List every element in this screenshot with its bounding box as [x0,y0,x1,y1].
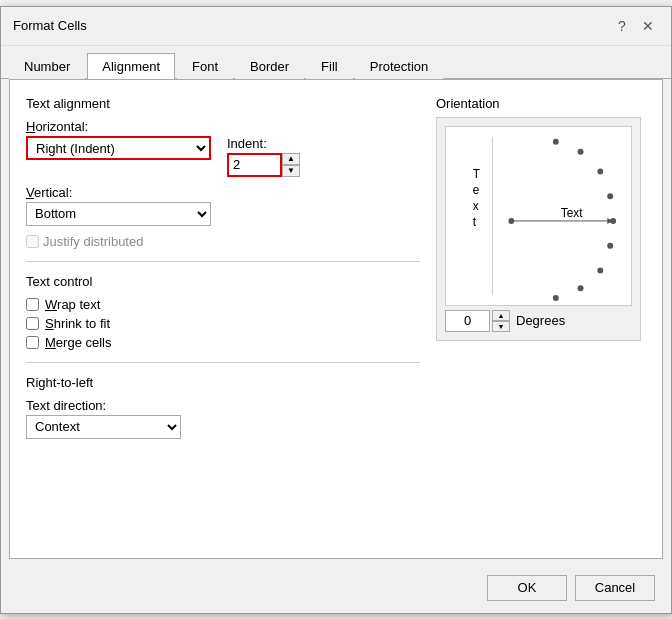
svg-text:x: x [473,199,479,213]
justify-distributed-group: Justify distributed [26,234,420,249]
divider-2 [26,362,420,363]
wrap-text-checkbox[interactable] [26,298,39,311]
degrees-input[interactable] [445,310,490,332]
divider-1 [26,261,420,262]
wrap-text-label: Wrap text [45,297,100,312]
title-bar: Format Cells ? ✕ [1,7,671,46]
text-control-label: Text control [26,274,420,289]
title-bar-buttons: ? ✕ [611,15,659,37]
svg-point-10 [607,242,613,248]
text-control-section: Text control Wrap text Shrink to fit [26,274,420,350]
horizontal-select[interactable]: General Left (Indent) Center Right (Inde… [26,136,211,160]
cancel-button[interactable]: Cancel [575,575,655,601]
svg-point-12 [578,285,584,291]
tab-border[interactable]: Border [235,53,304,79]
indent-group: Indent: ▲ ▼ [227,136,300,177]
degrees-down-button[interactable]: ▼ [492,321,510,332]
horizontal-label: Horizontal: [26,119,420,134]
justify-distributed-label: Justify distributed [43,234,143,249]
orientation-svg[interactable]: T e x t [446,127,631,305]
dialog-title: Format Cells [13,18,87,33]
right-panel: Orientation T e x t [436,96,646,447]
indent-down-button[interactable]: ▼ [282,165,300,177]
shrink-to-fit-label: Shrink to fit [45,316,110,331]
text-direction-label: Text direction: [26,398,420,413]
tab-content: Text alignment Horizontal: General Left … [9,79,663,559]
svg-text:t: t [473,214,477,228]
svg-point-6 [578,148,584,154]
content-row: Text alignment Horizontal: General Left … [26,96,646,447]
vertical-select[interactable]: Top Center Bottom Justify Distributed [26,202,211,226]
footer: OK Cancel [1,567,671,613]
help-button[interactable]: ? [611,15,633,37]
horizontal-row: General Left (Indent) Center Right (Inde… [26,136,420,177]
merge-cells-label: Merge cells [45,335,111,350]
merge-cells-item: Merge cells [26,335,420,350]
left-panel: Text alignment Horizontal: General Left … [26,96,420,447]
checkbox-group: Wrap text Shrink to fit Merge cells [26,297,420,350]
vertical-label: Vertical: [26,185,420,200]
justify-distributed-checkbox[interactable] [26,235,39,248]
degrees-row: ▲ ▼ Degrees [445,310,632,332]
tab-fill[interactable]: Fill [306,53,353,79]
shrink-to-fit-checkbox[interactable] [26,317,39,330]
merge-cells-checkbox[interactable] [26,336,39,349]
tab-protection[interactable]: Protection [355,53,444,79]
svg-text:e: e [473,183,480,197]
degrees-label: Degrees [516,313,565,328]
svg-point-8 [607,193,613,199]
wrap-text-item: Wrap text [26,297,420,312]
svg-point-7 [597,168,603,174]
ok-button[interactable]: OK [487,575,567,601]
tab-number[interactable]: Number [9,53,85,79]
indent-spinner: ▲ ▼ [282,153,300,177]
text-direction-select[interactable]: Context Left-to-Right Right-to-Left [26,415,181,439]
rtl-section: Right-to-left Text direction: Context Le… [26,375,420,439]
indent-up-button[interactable]: ▲ [282,153,300,165]
close-button[interactable]: ✕ [637,15,659,37]
indent-input[interactable] [227,153,282,177]
rtl-label: Right-to-left [26,375,420,390]
indent-input-row: ▲ ▼ [227,153,300,177]
text-direction-group: Text direction: Context Left-to-Right Ri… [26,398,420,439]
horizontal-group: Horizontal: General Left (Indent) Center… [26,119,420,177]
svg-text:T: T [473,167,480,181]
vertical-group: Vertical: Top Center Bottom Justify Dist… [26,185,420,226]
svg-point-13 [553,295,559,301]
tab-font[interactable]: Font [177,53,233,79]
tab-alignment[interactable]: Alignment [87,53,175,79]
svg-text:Text: Text [561,205,583,219]
orientation-panel: T e x t [436,117,641,341]
format-cells-dialog: Format Cells ? ✕ Number Alignment Font B… [0,6,672,614]
degrees-up-button[interactable]: ▲ [492,310,510,321]
text-alignment-label: Text alignment [26,96,420,111]
degrees-spinner: ▲ ▼ [492,310,510,332]
svg-point-11 [597,267,603,273]
orientation-box: T e x t [445,126,632,306]
orientation-title: Orientation [436,96,646,111]
tab-bar: Number Alignment Font Border Fill Protec… [1,46,671,79]
indent-label: Indent: [227,136,300,151]
shrink-to-fit-item: Shrink to fit [26,316,420,331]
svg-point-5 [553,138,559,144]
